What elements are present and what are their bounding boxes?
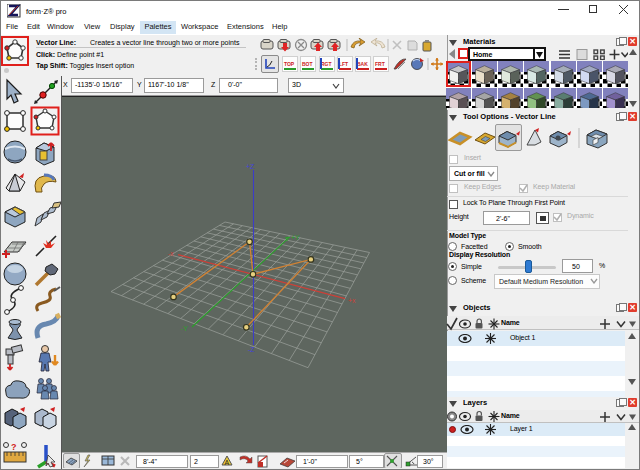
svg-text:?: ? (11, 442, 17, 452)
svg-text:+Y: +Y (291, 234, 300, 241)
svg-text:-Z: -Z (248, 346, 255, 353)
svg-text:-x: -x (168, 250, 174, 257)
svg-text:A: A (225, 459, 230, 466)
svg-text:+Z: +Z (246, 163, 255, 170)
svg-text:-Y: -Y (181, 325, 188, 332)
svg-text:+x: +x (348, 297, 356, 304)
